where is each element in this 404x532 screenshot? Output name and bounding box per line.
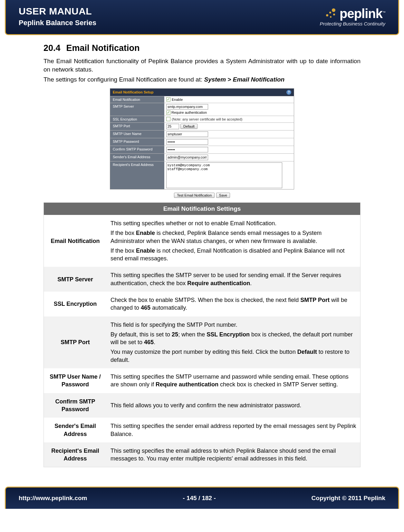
setting-description: This setting specifies the SMTP username… (107, 368, 360, 393)
section-heading: 20.4Email Notification (43, 43, 361, 53)
setting-description: This setting specifies the sender email … (107, 418, 360, 442)
setting-name: Sender's Email Address (44, 418, 107, 442)
manual-subtitle: Peplink Balance Series (19, 19, 96, 27)
sender-email-input[interactable] (166, 155, 208, 160)
ssl-note: (Note: any server certificate will be ac… (172, 117, 242, 121)
settings-table: Email NotificationThis setting specifies… (44, 215, 360, 467)
table-row: Email NotificationThis setting specifies… (44, 215, 360, 267)
row-label-pass: SMTP Password (110, 138, 164, 146)
footer-copyright: Copyright © 2011 Peplink (312, 495, 385, 502)
row-label-recipient: Recipient's Email Address (110, 161, 164, 189)
row-label-ssl: SSL Encryption (110, 116, 164, 122)
row-label-user: SMTP User Name (110, 131, 164, 138)
setting-name: SSL Encryption (44, 292, 107, 316)
setting-name: Recipient's Email Address (44, 442, 107, 467)
save-button[interactable]: Save (216, 193, 230, 198)
smtp-server-input[interactable] (166, 104, 208, 110)
logo-text: peplink™ (340, 6, 385, 21)
setting-name: SMTP Port (44, 316, 107, 368)
logo-dots-icon (325, 8, 338, 20)
setting-name: SMTP User Name / Password (44, 368, 107, 393)
manual-title: USER MANUAL (19, 6, 96, 17)
setting-description: This setting specifies whether or not to… (107, 215, 360, 267)
setting-description: This setting specifies the SMTP server t… (107, 267, 360, 292)
table-row: Confirm SMTP PasswordThis field allows y… (44, 393, 360, 418)
ssl-checkbox[interactable] (166, 117, 170, 121)
enable-label: Enable (172, 98, 183, 102)
setting-description: This setting specifies the email address… (107, 442, 360, 467)
table-row: SMTP User Name / PasswordThis setting sp… (44, 368, 360, 393)
smtp-pass-input[interactable] (166, 139, 208, 145)
smtp-user-input[interactable] (166, 131, 208, 137)
setting-name: SMTP Server (44, 267, 107, 292)
brand-logo: peplink™ Protecting Business Continuity (320, 6, 385, 26)
recipient-email-textarea[interactable] (166, 162, 282, 188)
table-row: Sender's Email AddressThis setting speci… (44, 418, 360, 442)
require-auth-checkbox[interactable]: ✓ (166, 111, 170, 115)
setting-description: This field allows you to verify and conf… (107, 393, 360, 418)
page-footer: http://www.peplink.com - 145 / 182 - Cop… (5, 487, 399, 509)
page-header: USER MANUAL Peplink Balance Series pepli… (5, 0, 399, 35)
smtp-confirm-input[interactable] (166, 147, 208, 152)
footer-url: http://www.peplink.com (19, 495, 87, 502)
screenshot-panel-title: Email Notification Setup ? (110, 89, 294, 96)
setting-name: Confirm SMTP Password (44, 393, 107, 418)
row-label-sender: Sender's Email Address (110, 154, 164, 161)
setting-description: This field is for specifying the SMTP Po… (107, 316, 360, 368)
logo-tagline: Protecting Business Continuity (320, 21, 385, 26)
settings-table-header: Email Notification Settings (44, 203, 360, 215)
setting-description: Check the box to enable SMTPS. When the … (107, 292, 360, 316)
table-row: Recipient's Email AddressThis setting sp… (44, 442, 360, 467)
smtp-port-input[interactable] (166, 124, 179, 129)
row-label-email-notification: Email Notification (110, 96, 164, 103)
row-label-port: SMTP Port (110, 123, 164, 130)
help-icon[interactable]: ? (286, 90, 291, 95)
row-label-smtp-server: SMTP Server (110, 103, 164, 116)
require-auth-label: Require authentication (171, 111, 207, 114)
intro-paragraph-2: The settings for configuring Email Notif… (43, 75, 361, 84)
table-row: SSL EncryptionCheck the box to enable SM… (44, 292, 360, 316)
settings-screenshot: Email Notification Setup ? Email Notific… (110, 88, 294, 199)
row-label-confirm: Confirm SMTP Password (110, 146, 164, 153)
setting-name: Email Notification (44, 215, 107, 267)
table-row: SMTP ServerThis setting specifies the SM… (44, 267, 360, 292)
table-row: SMTP PortThis field is for specifying th… (44, 316, 360, 368)
intro-paragraph-1: The Email Notification functionality of … (43, 57, 361, 73)
test-email-button[interactable]: Test Email Notification (174, 193, 215, 198)
default-port-button[interactable]: Default (180, 124, 197, 129)
enable-checkbox[interactable]: ✓ (166, 97, 170, 102)
footer-page: - 145 / 182 - (183, 495, 216, 502)
